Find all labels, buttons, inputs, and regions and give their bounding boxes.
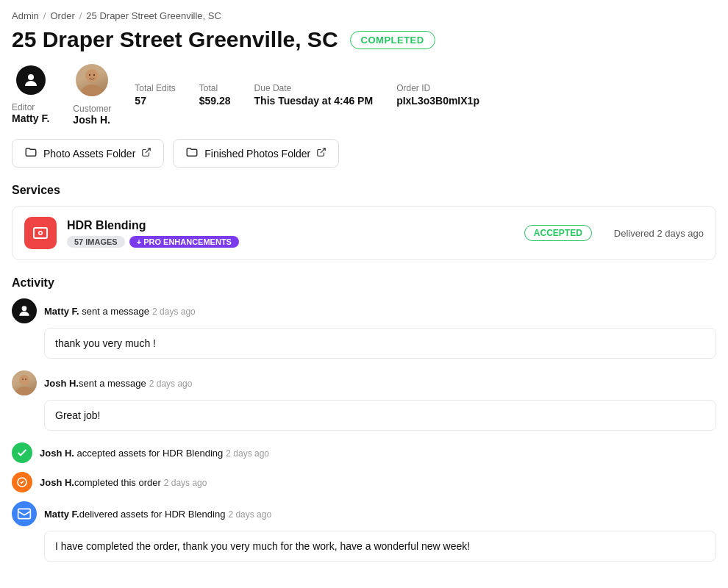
activity-title: Activity bbox=[12, 276, 716, 290]
breadcrumb-admin[interactable]: Admin bbox=[12, 10, 39, 21]
order-id-block: Order ID pIxL3o3B0mIX1p bbox=[396, 83, 479, 107]
editor-block: Editor Matty F. bbox=[12, 65, 49, 124]
svg-rect-17 bbox=[18, 509, 31, 518]
finished-photos-label: Finished Photos Folder bbox=[204, 148, 310, 159]
activity-item-2: Josh H.sent a message2 days ago Great jo… bbox=[12, 370, 716, 431]
title-row: 25 Draper Street Greenville, SC COMPLETE… bbox=[12, 27, 716, 52]
page-title: 25 Draper Street Greenville, SC bbox=[12, 27, 338, 52]
activity-event-3: Josh H. accepted assets for HDR Blending… bbox=[12, 442, 716, 463]
svg-line-7 bbox=[321, 148, 325, 153]
svg-point-0 bbox=[28, 74, 34, 80]
svg-point-14 bbox=[22, 379, 24, 380]
services-title: Services bbox=[12, 184, 716, 197]
folder-icon bbox=[24, 146, 38, 161]
service-tags: 57 IMAGES + PRO ENHANCEMENTS bbox=[67, 236, 514, 248]
editor-name: Matty F. bbox=[12, 112, 49, 124]
breadcrumb-current: 25 Draper Street Greenville, SC bbox=[86, 10, 221, 21]
svg-point-3 bbox=[85, 69, 99, 82]
status-badge: COMPLETED bbox=[350, 31, 435, 49]
service-info: HDR Blending 57 IMAGES + PRO ENHANCEMENT… bbox=[67, 219, 514, 248]
total-edits-block: Total Edits 57 bbox=[135, 83, 175, 107]
activity-avatar-matty-1 bbox=[12, 298, 37, 323]
service-delivery: Delivered 2 days ago bbox=[614, 228, 704, 239]
activity-message-1: thank you very much ! bbox=[44, 328, 716, 359]
activity-section: Matty F. sent a message2 days ago thank … bbox=[12, 298, 716, 562]
activity-verb-5: delivered assets for HDR Blending bbox=[79, 509, 226, 520]
service-card: HDR Blending 57 IMAGES + PRO ENHANCEMENT… bbox=[12, 206, 716, 260]
order-id-value: pIxL3o3B0mIX1p bbox=[396, 95, 479, 107]
photo-assets-folder-button[interactable]: Photo Assets Folder bbox=[12, 139, 164, 168]
photo-assets-label: Photo Assets Folder bbox=[43, 148, 135, 159]
breadcrumb-order[interactable]: Order bbox=[50, 10, 74, 21]
accepted-event-icon bbox=[12, 442, 32, 463]
pro-tag: + PRO ENHANCEMENTS bbox=[129, 236, 239, 248]
service-icon bbox=[24, 217, 57, 249]
activity-meta-2: Josh H.sent a message2 days ago bbox=[44, 378, 192, 389]
activity-actor-5: Matty F. bbox=[44, 509, 79, 520]
total-edits-label: Total Edits bbox=[135, 83, 175, 93]
activity-time-5: 2 days ago bbox=[228, 509, 271, 520]
svg-point-15 bbox=[25, 379, 26, 380]
activity-time-2: 2 days ago bbox=[149, 379, 193, 389]
activity-message-5: I have completed the order, thank you ve… bbox=[44, 531, 716, 562]
external-link-icon bbox=[141, 147, 151, 159]
completed-event-text: Josh H.completed this order2 days ago bbox=[40, 477, 207, 488]
svg-line-6 bbox=[146, 148, 150, 153]
accepted-event-text: Josh H. accepted assets for HDR Blending… bbox=[40, 448, 269, 459]
activity-actor-1: Matty F. bbox=[44, 306, 79, 317]
activity-verb-1: sent a message bbox=[79, 306, 149, 317]
activity-message-2: Great job! bbox=[44, 400, 716, 431]
service-name: HDR Blending bbox=[67, 219, 514, 232]
svg-point-12 bbox=[19, 375, 29, 385]
activity-avatar-matty-2 bbox=[12, 501, 37, 526]
activity-time-1: 2 days ago bbox=[152, 306, 196, 317]
customer-block: Customer Josh H. bbox=[73, 64, 111, 126]
customer-avatar bbox=[76, 64, 108, 96]
total-value: $59.28 bbox=[199, 95, 231, 107]
images-tag: 57 IMAGES bbox=[67, 236, 125, 248]
svg-point-5 bbox=[93, 74, 95, 76]
meta-row: Editor Matty F. Customer Josh H. bbox=[12, 64, 716, 126]
activity-verb-2: sent a message bbox=[79, 378, 146, 389]
editor-avatar bbox=[16, 65, 46, 95]
svg-point-10 bbox=[40, 232, 42, 234]
customer-name: Josh H. bbox=[73, 114, 111, 126]
external-link2-icon bbox=[316, 147, 326, 159]
service-status-badge: ACCEPTED bbox=[524, 225, 592, 241]
folder-row: Photo Assets Folder Finished Photos Fold… bbox=[12, 139, 716, 168]
breadcrumb: Admin / Order / 25 Draper Street Greenvi… bbox=[12, 10, 716, 21]
folder2-icon bbox=[185, 146, 199, 161]
activity-meta-1: Matty F. sent a message2 days ago bbox=[44, 306, 196, 317]
svg-point-11 bbox=[22, 306, 27, 311]
activity-item-5: Matty F.delivered assets for HDR Blendin… bbox=[12, 501, 716, 562]
total-label: Total bbox=[199, 83, 231, 93]
svg-point-4 bbox=[89, 74, 90, 76]
editor-label: Editor bbox=[12, 102, 49, 112]
order-id-label: Order ID bbox=[396, 83, 479, 93]
activity-avatar-josh-1 bbox=[12, 370, 37, 395]
svg-point-13 bbox=[16, 387, 32, 395]
svg-point-2 bbox=[82, 85, 102, 96]
due-date-label: Due Date bbox=[254, 83, 374, 93]
customer-label: Customer bbox=[73, 104, 111, 114]
finished-photos-folder-button[interactable]: Finished Photos Folder bbox=[173, 139, 339, 168]
completed-event-icon bbox=[12, 472, 32, 492]
due-date-value: This Tuesday at 4:46 PM bbox=[254, 95, 374, 107]
activity-meta-5: Matty F.delivered assets for HDR Blendin… bbox=[44, 509, 271, 520]
activity-actor-2: Josh H. bbox=[44, 378, 79, 389]
due-date-block: Due Date This Tuesday at 4:46 PM bbox=[254, 83, 374, 107]
activity-item-1: Matty F. sent a message2 days ago thank … bbox=[12, 298, 716, 359]
total-edits-value: 57 bbox=[135, 95, 175, 107]
total-block: Total $59.28 bbox=[199, 83, 231, 107]
activity-event-4: Josh H.completed this order2 days ago bbox=[12, 472, 716, 492]
